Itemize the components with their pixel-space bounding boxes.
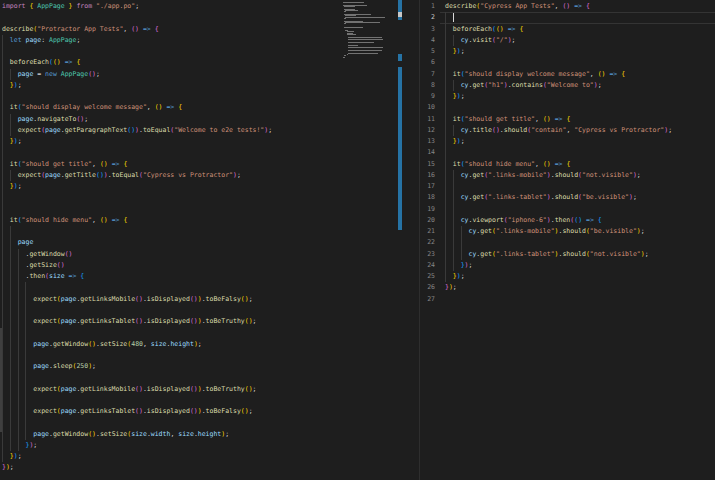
code-line[interactable]: describe("Cypress App Tests", () => {	[445, 1, 672, 12]
code-line[interactable]	[2, 417, 272, 428]
code-line[interactable]	[445, 237, 672, 248]
code-line[interactable]	[2, 204, 272, 215]
code-line[interactable]: import { AppPage } from "./app.po";	[2, 1, 272, 12]
code-line[interactable]: });	[445, 271, 672, 282]
line-number[interactable]: 8	[420, 80, 435, 91]
line-number[interactable]: 11	[420, 114, 435, 125]
code-line[interactable]	[2, 192, 272, 203]
code-line[interactable]: it("should hide menu", () => {	[2, 215, 272, 226]
line-number[interactable]: 2	[420, 12, 435, 23]
line-number[interactable]: 14	[420, 147, 435, 158]
code-line[interactable]	[2, 350, 272, 361]
left-scrollbar[interactable]	[0, 328, 2, 432]
code-line[interactable]: .getSize()	[2, 260, 272, 271]
code-line[interactable]	[2, 226, 272, 237]
overview-ruler-scrollbar[interactable]	[398, 0, 402, 480]
code-line[interactable]	[445, 204, 672, 215]
code-line[interactable]: page.getWindow().setSize(480, size.heigh…	[2, 339, 272, 350]
code-line[interactable]	[445, 102, 672, 113]
code-line[interactable]: page.sleep(250);	[2, 361, 272, 372]
code-line[interactable]: page = new AppPage();	[2, 69, 272, 80]
code-line[interactable]: .getWindow()	[2, 249, 272, 260]
cypress-code-area[interactable]: describe("Cypress App Tests", () => { be…	[445, 1, 672, 305]
code-line[interactable]: beforeEach(() => {	[445, 24, 672, 35]
code-line[interactable]: cy.get(".links-tablet").should("be.visib…	[445, 192, 672, 203]
code-line[interactable]	[2, 46, 272, 57]
code-line[interactable]: cy.viewport("iphone-6").then(() => {	[445, 215, 672, 226]
line-number[interactable]: 6	[420, 57, 435, 68]
code-line[interactable]: });	[2, 462, 272, 473]
code-line[interactable]: .then(size => {	[2, 271, 272, 282]
code-line[interactable]	[2, 282, 272, 293]
code-line[interactable]: });	[445, 46, 672, 57]
code-line[interactable]	[445, 294, 672, 305]
line-number[interactable]: 26	[420, 282, 435, 293]
code-line[interactable]: cy.visit("/");	[445, 35, 672, 46]
code-line[interactable]	[445, 181, 672, 192]
line-number[interactable]: 3	[420, 24, 435, 35]
line-number-gutter[interactable]: 1234567891011121314151617181920212223242…	[420, 1, 435, 305]
line-number[interactable]: 4	[420, 35, 435, 46]
protractor-code-area[interactable]: import { AppPage } from "./app.po";descr…	[2, 1, 272, 474]
line-number[interactable]: 7	[420, 69, 435, 80]
code-line[interactable]: });	[2, 181, 272, 192]
line-number[interactable]: 1	[420, 1, 435, 12]
code-line[interactable]: expect(page.getTitle()).toEqual("Cypress…	[2, 170, 272, 181]
code-line[interactable]: });	[445, 91, 672, 102]
code-line[interactable]	[2, 147, 272, 158]
line-number[interactable]: 12	[420, 125, 435, 136]
code-line[interactable]: });	[445, 260, 672, 271]
line-number[interactable]: 23	[420, 249, 435, 260]
code-line[interactable]: describe("Protractor App Tests", () => {	[2, 24, 272, 35]
code-line[interactable]: expect(page.getParagraphText()).toEqual(…	[2, 125, 272, 136]
line-number[interactable]: 27	[420, 294, 435, 305]
code-line[interactable]	[445, 57, 672, 68]
line-number[interactable]: 19	[420, 204, 435, 215]
code-line[interactable]: it("should display welcome message", () …	[445, 69, 672, 80]
code-line[interactable]: cy.get(".links-mobile").should("not.visi…	[445, 170, 672, 181]
line-number[interactable]: 10	[420, 102, 435, 113]
line-number[interactable]: 20	[420, 215, 435, 226]
line-number[interactable]: 24	[420, 260, 435, 271]
code-line[interactable]	[2, 327, 272, 338]
line-number[interactable]: 16	[420, 170, 435, 181]
code-line[interactable]: });	[2, 440, 272, 451]
code-line[interactable]	[2, 12, 272, 23]
code-line[interactable]: page	[2, 237, 272, 248]
code-line[interactable]: });	[2, 80, 272, 91]
minimap[interactable]	[342, 0, 398, 480]
line-number[interactable]: 25	[420, 271, 435, 282]
line-number[interactable]: 13	[420, 136, 435, 147]
line-number[interactable]: 18	[420, 192, 435, 203]
line-number[interactable]: 22	[420, 237, 435, 248]
code-line[interactable]	[2, 372, 272, 383]
code-line[interactable]: page.navigateTo();	[2, 114, 272, 125]
code-line[interactable]: cy.get("h1").contains("Welcome to");	[445, 80, 672, 91]
code-line[interactable]: let page: AppPage;	[2, 35, 272, 46]
code-line[interactable]: it("should display welcome message", () …	[2, 102, 272, 113]
line-number[interactable]: 5	[420, 46, 435, 57]
code-line[interactable]: expect(page.getLinksMobile().isDisplayed…	[2, 384, 272, 395]
code-line[interactable]: expect(page.getLinksTablet().isDisplayed…	[2, 316, 272, 327]
code-line[interactable]: });	[445, 282, 672, 293]
code-line[interactable]	[2, 91, 272, 102]
code-line[interactable]: it("should get title", () => {	[445, 114, 672, 125]
line-number[interactable]: 15	[420, 159, 435, 170]
code-line[interactable]: beforeEach(() => {	[2, 57, 272, 68]
line-number[interactable]: 9	[420, 91, 435, 102]
code-line[interactable]: page.getWindow().setSize(size.width, siz…	[2, 429, 272, 440]
line-number[interactable]: 21	[420, 226, 435, 237]
code-line[interactable]: cy.get(".links-mobile").should("be.visib…	[445, 226, 672, 237]
code-line[interactable]: it("should get title", () => {	[2, 159, 272, 170]
code-line[interactable]: });	[2, 451, 272, 462]
code-line[interactable]: });	[2, 136, 272, 147]
code-line[interactable]: expect(page.getLinksMobile().isDisplayed…	[2, 294, 272, 305]
code-line[interactable]: cy.get(".links-tablet").should("not.visi…	[445, 249, 672, 260]
code-line[interactable]	[2, 395, 272, 406]
code-line[interactable]	[445, 147, 672, 158]
code-line[interactable]: expect(page.getLinksTablet().isDisplayed…	[2, 406, 272, 417]
line-number[interactable]: 17	[420, 181, 435, 192]
code-line[interactable]: cy.title().should("contain", "Cypress vs…	[445, 125, 672, 136]
code-line[interactable]: });	[445, 136, 672, 147]
code-line[interactable]	[2, 305, 272, 316]
